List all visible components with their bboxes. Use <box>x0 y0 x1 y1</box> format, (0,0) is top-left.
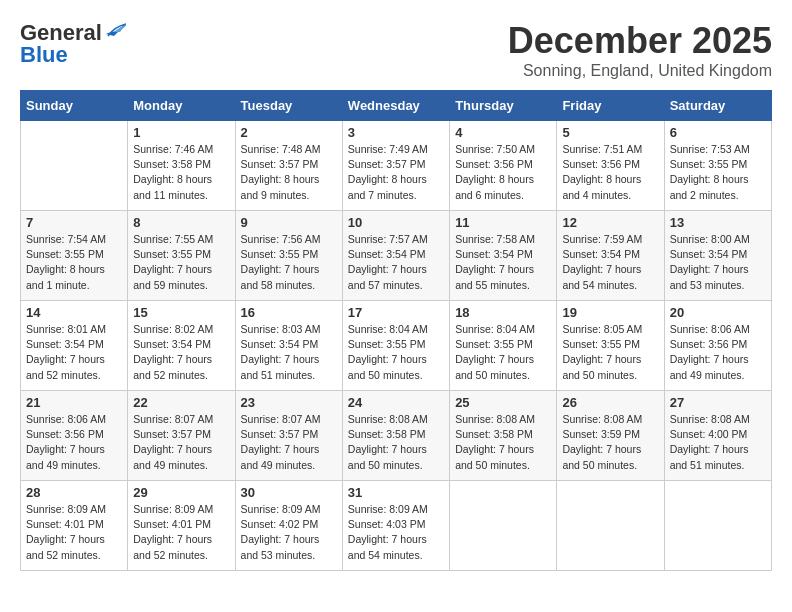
day-number: 9 <box>241 215 337 230</box>
day-info: Sunrise: 7:59 AMSunset: 3:54 PMDaylight:… <box>562 232 658 293</box>
day-info: Sunrise: 7:51 AMSunset: 3:56 PMDaylight:… <box>562 142 658 203</box>
table-cell: 2 Sunrise: 7:48 AMSunset: 3:57 PMDayligh… <box>235 121 342 211</box>
day-info: Sunrise: 7:46 AMSunset: 3:58 PMDaylight:… <box>133 142 229 203</box>
day-number: 22 <box>133 395 229 410</box>
logo-bird-icon <box>104 22 126 40</box>
day-info: Sunrise: 8:00 AMSunset: 3:54 PMDaylight:… <box>670 232 766 293</box>
table-cell: 23 Sunrise: 8:07 AMSunset: 3:57 PMDaylig… <box>235 391 342 481</box>
day-number: 2 <box>241 125 337 140</box>
day-info: Sunrise: 7:58 AMSunset: 3:54 PMDaylight:… <box>455 232 551 293</box>
day-number: 6 <box>670 125 766 140</box>
day-info: Sunrise: 7:48 AMSunset: 3:57 PMDaylight:… <box>241 142 337 203</box>
week-row-2: 7 Sunrise: 7:54 AMSunset: 3:55 PMDayligh… <box>21 211 772 301</box>
header-thursday: Thursday <box>450 91 557 121</box>
day-info: Sunrise: 8:09 AMSunset: 4:02 PMDaylight:… <box>241 502 337 563</box>
day-number: 28 <box>26 485 122 500</box>
day-info: Sunrise: 8:06 AMSunset: 3:56 PMDaylight:… <box>26 412 122 473</box>
table-cell: 16 Sunrise: 8:03 AMSunset: 3:54 PMDaylig… <box>235 301 342 391</box>
location: Sonning, England, United Kingdom <box>508 62 772 80</box>
day-number: 18 <box>455 305 551 320</box>
table-cell: 11 Sunrise: 7:58 AMSunset: 3:54 PMDaylig… <box>450 211 557 301</box>
day-info: Sunrise: 7:56 AMSunset: 3:55 PMDaylight:… <box>241 232 337 293</box>
day-number: 12 <box>562 215 658 230</box>
table-cell: 4 Sunrise: 7:50 AMSunset: 3:56 PMDayligh… <box>450 121 557 211</box>
day-number: 30 <box>241 485 337 500</box>
day-info: Sunrise: 8:08 AMSunset: 3:58 PMDaylight:… <box>455 412 551 473</box>
header-monday: Monday <box>128 91 235 121</box>
table-cell: 9 Sunrise: 7:56 AMSunset: 3:55 PMDayligh… <box>235 211 342 301</box>
header-saturday: Saturday <box>664 91 771 121</box>
day-info: Sunrise: 8:07 AMSunset: 3:57 PMDaylight:… <box>133 412 229 473</box>
day-number: 8 <box>133 215 229 230</box>
day-info: Sunrise: 7:57 AMSunset: 3:54 PMDaylight:… <box>348 232 444 293</box>
day-number: 21 <box>26 395 122 410</box>
week-row-3: 14 Sunrise: 8:01 AMSunset: 3:54 PMDaylig… <box>21 301 772 391</box>
table-cell: 30 Sunrise: 8:09 AMSunset: 4:02 PMDaylig… <box>235 481 342 571</box>
header-friday: Friday <box>557 91 664 121</box>
month-title: December 2025 <box>508 20 772 62</box>
day-info: Sunrise: 7:50 AMSunset: 3:56 PMDaylight:… <box>455 142 551 203</box>
weekday-header-row: SundayMondayTuesdayWednesdayThursdayFrid… <box>21 91 772 121</box>
table-cell: 18 Sunrise: 8:04 AMSunset: 3:55 PMDaylig… <box>450 301 557 391</box>
day-number: 10 <box>348 215 444 230</box>
day-number: 25 <box>455 395 551 410</box>
table-cell: 12 Sunrise: 7:59 AMSunset: 3:54 PMDaylig… <box>557 211 664 301</box>
day-number: 1 <box>133 125 229 140</box>
day-info: Sunrise: 8:06 AMSunset: 3:56 PMDaylight:… <box>670 322 766 383</box>
table-cell <box>557 481 664 571</box>
table-cell: 8 Sunrise: 7:55 AMSunset: 3:55 PMDayligh… <box>128 211 235 301</box>
title-block: December 2025 Sonning, England, United K… <box>508 20 772 80</box>
table-cell: 5 Sunrise: 7:51 AMSunset: 3:56 PMDayligh… <box>557 121 664 211</box>
day-info: Sunrise: 8:09 AMSunset: 4:01 PMDaylight:… <box>133 502 229 563</box>
day-number: 16 <box>241 305 337 320</box>
day-number: 5 <box>562 125 658 140</box>
calendar-table: SundayMondayTuesdayWednesdayThursdayFrid… <box>20 90 772 571</box>
day-info: Sunrise: 7:54 AMSunset: 3:55 PMDaylight:… <box>26 232 122 293</box>
header-wednesday: Wednesday <box>342 91 449 121</box>
day-info: Sunrise: 8:04 AMSunset: 3:55 PMDaylight:… <box>348 322 444 383</box>
table-cell: 3 Sunrise: 7:49 AMSunset: 3:57 PMDayligh… <box>342 121 449 211</box>
table-cell: 22 Sunrise: 8:07 AMSunset: 3:57 PMDaylig… <box>128 391 235 481</box>
day-info: Sunrise: 8:08 AMSunset: 4:00 PMDaylight:… <box>670 412 766 473</box>
day-info: Sunrise: 8:01 AMSunset: 3:54 PMDaylight:… <box>26 322 122 383</box>
day-number: 31 <box>348 485 444 500</box>
table-cell: 29 Sunrise: 8:09 AMSunset: 4:01 PMDaylig… <box>128 481 235 571</box>
day-number: 15 <box>133 305 229 320</box>
day-info: Sunrise: 8:08 AMSunset: 3:59 PMDaylight:… <box>562 412 658 473</box>
table-cell: 21 Sunrise: 8:06 AMSunset: 3:56 PMDaylig… <box>21 391 128 481</box>
header-tuesday: Tuesday <box>235 91 342 121</box>
table-cell: 6 Sunrise: 7:53 AMSunset: 3:55 PMDayligh… <box>664 121 771 211</box>
table-cell: 13 Sunrise: 8:00 AMSunset: 3:54 PMDaylig… <box>664 211 771 301</box>
day-number: 19 <box>562 305 658 320</box>
logo: General Blue <box>20 20 126 68</box>
day-number: 7 <box>26 215 122 230</box>
day-info: Sunrise: 8:04 AMSunset: 3:55 PMDaylight:… <box>455 322 551 383</box>
day-info: Sunrise: 7:49 AMSunset: 3:57 PMDaylight:… <box>348 142 444 203</box>
day-number: 27 <box>670 395 766 410</box>
day-number: 17 <box>348 305 444 320</box>
table-cell: 1 Sunrise: 7:46 AMSunset: 3:58 PMDayligh… <box>128 121 235 211</box>
week-row-1: 1 Sunrise: 7:46 AMSunset: 3:58 PMDayligh… <box>21 121 772 211</box>
logo-text-blue: Blue <box>20 42 68 68</box>
day-info: Sunrise: 8:02 AMSunset: 3:54 PMDaylight:… <box>133 322 229 383</box>
table-cell: 10 Sunrise: 7:57 AMSunset: 3:54 PMDaylig… <box>342 211 449 301</box>
day-number: 29 <box>133 485 229 500</box>
table-cell: 28 Sunrise: 8:09 AMSunset: 4:01 PMDaylig… <box>21 481 128 571</box>
day-number: 26 <box>562 395 658 410</box>
table-cell: 31 Sunrise: 8:09 AMSunset: 4:03 PMDaylig… <box>342 481 449 571</box>
table-cell: 27 Sunrise: 8:08 AMSunset: 4:00 PMDaylig… <box>664 391 771 481</box>
day-info: Sunrise: 8:08 AMSunset: 3:58 PMDaylight:… <box>348 412 444 473</box>
table-cell: 20 Sunrise: 8:06 AMSunset: 3:56 PMDaylig… <box>664 301 771 391</box>
day-number: 13 <box>670 215 766 230</box>
day-info: Sunrise: 7:53 AMSunset: 3:55 PMDaylight:… <box>670 142 766 203</box>
day-number: 4 <box>455 125 551 140</box>
week-row-5: 28 Sunrise: 8:09 AMSunset: 4:01 PMDaylig… <box>21 481 772 571</box>
table-cell: 7 Sunrise: 7:54 AMSunset: 3:55 PMDayligh… <box>21 211 128 301</box>
header-sunday: Sunday <box>21 91 128 121</box>
day-info: Sunrise: 7:55 AMSunset: 3:55 PMDaylight:… <box>133 232 229 293</box>
day-info: Sunrise: 8:07 AMSunset: 3:57 PMDaylight:… <box>241 412 337 473</box>
table-cell: 15 Sunrise: 8:02 AMSunset: 3:54 PMDaylig… <box>128 301 235 391</box>
table-cell <box>450 481 557 571</box>
table-cell <box>21 121 128 211</box>
day-info: Sunrise: 8:05 AMSunset: 3:55 PMDaylight:… <box>562 322 658 383</box>
